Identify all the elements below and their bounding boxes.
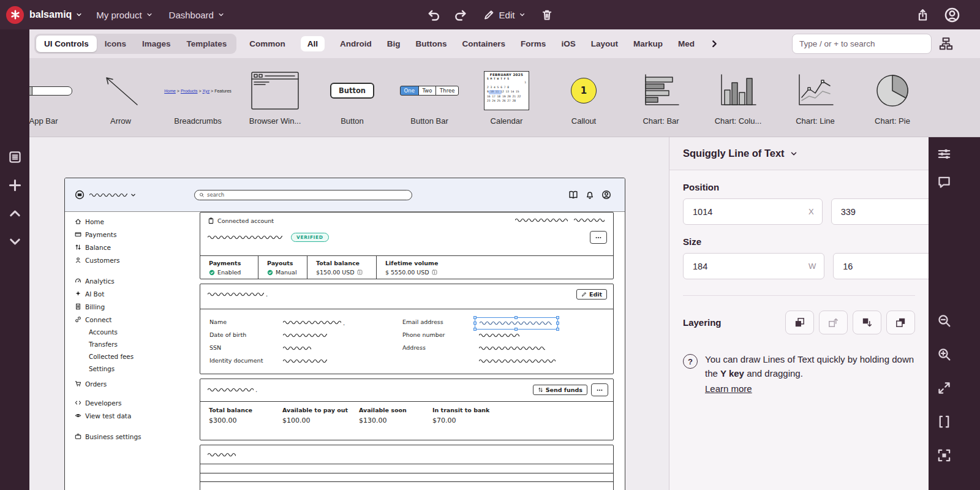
palette-item-chart-line[interactable]: Chart: Line	[777, 59, 854, 126]
funds-more-button[interactable]	[591, 383, 608, 396]
mockup-nav-item[interactable]: Customers	[75, 254, 195, 266]
library-search-input[interactable]	[792, 34, 932, 54]
selection-handle-se[interactable]	[556, 328, 559, 331]
mockup-nav-subitem[interactable]: Collected fees	[75, 350, 195, 363]
palette-item-chart-column[interactable]: Chart: Colu...	[699, 59, 777, 126]
account-icon[interactable]	[944, 7, 960, 23]
fit-to-screen-icon[interactable]	[937, 448, 951, 462]
docs-icon[interactable]	[568, 190, 578, 200]
mockup-nav-subitem[interactable]: Settings	[75, 363, 195, 375]
mockup-nav-item[interactable]: Home	[75, 215, 195, 228]
mockup-nav-subitem[interactable]: Transfers	[75, 338, 195, 350]
zoom-in-icon[interactable]	[937, 347, 951, 361]
wireframe-sheet[interactable]: search Home Payments Balance Customers A…	[64, 178, 625, 490]
mockup-table-card[interactable]	[200, 445, 614, 490]
bring-to-front-button[interactable]	[785, 311, 814, 334]
category-containers[interactable]: Containers	[462, 39, 506, 48]
tab-ui-controls[interactable]: UI Controls	[36, 36, 97, 52]
share-icon[interactable]	[916, 9, 929, 21]
profile-icon[interactable]	[601, 190, 611, 200]
palette-item-chart-bar[interactable]: Chart: Bar	[622, 59, 699, 126]
next-page-icon[interactable]	[8, 235, 22, 249]
category-all[interactable]: All	[301, 36, 325, 51]
palette-item-app-bar[interactable]: App Bar	[29, 59, 82, 126]
account-name-squiggle[interactable]	[208, 235, 282, 240]
category-big[interactable]: Big	[387, 39, 401, 48]
sitemap-icon[interactable]	[939, 37, 953, 51]
mockup-nav-item[interactable]: AI Bot	[75, 287, 195, 300]
palette-item-breadcrumbs[interactable]: Home > Products > Xyz > Features Breadcr…	[159, 59, 236, 126]
mockup-nav-item[interactable]: Orders	[75, 377, 195, 390]
edit-menu[interactable]: Edit	[483, 9, 526, 21]
mockup-nav-item[interactable]: View test data	[75, 409, 195, 422]
brand-menu[interactable]: balsamiq	[29, 9, 82, 20]
selected-squiggle[interactable]	[475, 317, 558, 330]
mockup-header[interactable]: search	[65, 178, 625, 212]
width-input[interactable]	[692, 261, 809, 272]
field-value-squiggle[interactable]: .	[283, 316, 345, 328]
previous-page-icon[interactable]	[8, 206, 22, 221]
trash-icon[interactable]	[540, 9, 553, 21]
account-more-button[interactable]	[590, 231, 607, 244]
redo-icon[interactable]	[455, 9, 468, 21]
project-menu[interactable]: My product	[96, 10, 152, 20]
mockup-details-card[interactable]: . Edit Name . Email address Date of birt…	[200, 284, 614, 374]
palette-item-browser-window[interactable]: Browser Win...	[236, 59, 314, 126]
palette-item-arrow[interactable]: Arrow	[82, 59, 159, 126]
category-common[interactable]: Common	[249, 39, 285, 48]
mockup-nav-item[interactable]: Analytics	[75, 274, 195, 287]
tab-icons[interactable]: Icons	[97, 36, 134, 52]
category-android[interactable]: Android	[340, 39, 372, 48]
category-media-truncated[interactable]: Med	[678, 39, 695, 48]
undo-icon[interactable]	[427, 9, 440, 21]
x-input[interactable]	[692, 206, 809, 217]
send-funds-button[interactable]: Send funds	[533, 385, 587, 395]
category-buttons[interactable]: Buttons	[416, 39, 447, 48]
mockup-search-bar[interactable]: search	[194, 190, 412, 200]
field-value-squiggle[interactable]	[283, 342, 311, 353]
palette-item-callout[interactable]: 1 Callout	[545, 59, 622, 126]
notifications-icon[interactable]	[585, 190, 595, 200]
palette-item-button-bar[interactable]: OneTwoThree Button Bar	[391, 59, 468, 126]
edit-details-button[interactable]: Edit	[576, 289, 607, 300]
mockup-logo-squiggle[interactable]	[89, 192, 127, 198]
selection-handle-e[interactable]	[556, 322, 559, 325]
palette-item-calendar[interactable]: FEBRUARY 2025 S M T W T F S 1 2 3 4 5 6 …	[468, 59, 545, 126]
selection-handle-ne[interactable]	[556, 316, 559, 319]
tab-templates[interactable]: Templates	[179, 36, 235, 52]
learn-more-link[interactable]: Learn more	[705, 382, 752, 396]
category-ios[interactable]: iOS	[561, 39, 575, 48]
page-menu[interactable]: Dashboard	[169, 10, 224, 20]
palette-item-button[interactable]: Button Button	[314, 59, 391, 126]
field-value-squiggle[interactable]	[479, 329, 519, 341]
add-page-icon[interactable]	[8, 178, 22, 192]
send-to-back-button[interactable]	[886, 311, 915, 334]
table-title-squiggle[interactable]	[208, 452, 236, 458]
mockup-nav-subitem[interactable]: Accounts	[75, 326, 195, 338]
mockup-menu-icon[interactable]	[75, 190, 85, 200]
category-layout[interactable]: Layout	[591, 39, 618, 48]
field-value-squiggle[interactable]	[479, 342, 545, 353]
fullscreen-icon[interactable]	[937, 381, 951, 395]
category-markup[interactable]: Markup	[633, 39, 663, 48]
selection-handle-nw[interactable]	[473, 316, 477, 319]
tab-images[interactable]: Images	[134, 36, 179, 52]
palette-item-chart-pie[interactable]: Chart: Pie	[854, 59, 931, 126]
comments-icon[interactable]	[937, 175, 951, 189]
mockup-nav-item[interactable]: Connect	[75, 313, 195, 326]
presentation-icon[interactable]	[937, 415, 951, 429]
mockup-nav-item[interactable]: Business settings	[75, 430, 195, 443]
mockup-nav-item[interactable]: Developers	[75, 396, 195, 409]
selection-handle-w[interactable]	[473, 322, 477, 325]
send-backward-button[interactable]	[853, 311, 881, 334]
selection-handle-s[interactable]	[514, 328, 518, 331]
balsamiq-logo-icon[interactable]	[6, 6, 24, 24]
field-value-squiggle[interactable]	[479, 355, 556, 366]
pages-panel-icon[interactable]	[8, 150, 22, 164]
mockup-nav-item[interactable]: Payments	[75, 228, 195, 241]
field-value-squiggle[interactable]	[283, 329, 327, 341]
zoom-out-icon[interactable]	[937, 314, 951, 328]
inspector-title-menu[interactable]: Squiggly Line of Text	[669, 137, 929, 170]
funds-title-squiggle[interactable]	[208, 387, 254, 393]
selection-handle-sw[interactable]	[473, 328, 477, 331]
